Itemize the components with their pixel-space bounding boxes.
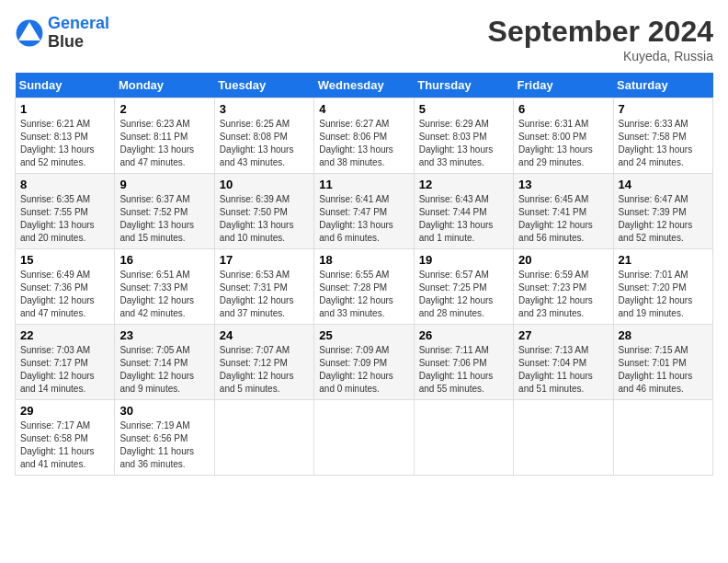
day-number: 20 — [518, 253, 608, 267]
calendar-cell: 4Sunrise: 6:27 AMSunset: 8:06 PMDaylight… — [314, 98, 414, 174]
calendar-cell: 29Sunrise: 7:17 AMSunset: 6:58 PMDayligh… — [16, 400, 115, 476]
logo-icon — [15, 18, 44, 48]
day-info: Sunrise: 6:29 AMSunset: 8:03 PMDaylight:… — [419, 118, 508, 169]
title-block: September 2024 Kuyeda, Russia — [488, 15, 713, 63]
day-number: 17 — [220, 253, 309, 267]
calendar-cell: 30Sunrise: 7:19 AMSunset: 6:56 PMDayligh… — [115, 400, 214, 476]
calendar-cell: 5Sunrise: 6:29 AMSunset: 8:03 PMDaylight… — [414, 98, 513, 174]
calendar-cell — [414, 400, 513, 476]
day-number: 15 — [20, 253, 109, 267]
day-info: Sunrise: 6:49 AMSunset: 7:36 PMDaylight:… — [20, 269, 109, 320]
month-title: September 2024 — [488, 15, 713, 49]
day-number: 12 — [419, 178, 508, 191]
calendar-cell: 26Sunrise: 7:11 AMSunset: 7:06 PMDayligh… — [414, 325, 513, 400]
day-number: 23 — [119, 328, 209, 342]
calendar-cell: 2Sunrise: 6:23 AMSunset: 8:11 PMDaylight… — [115, 98, 214, 174]
day-info: Sunrise: 7:05 AMSunset: 7:14 PMDaylight:… — [119, 344, 209, 396]
day-info: Sunrise: 6:53 AMSunset: 7:31 PMDaylight:… — [220, 269, 309, 320]
calendar-cell: 1Sunrise: 6:21 AMSunset: 8:13 PMDaylight… — [16, 98, 115, 174]
day-info: Sunrise: 6:51 AMSunset: 7:33 PMDaylight:… — [119, 269, 209, 320]
day-number: 22 — [20, 328, 109, 342]
day-info: Sunrise: 7:17 AMSunset: 6:58 PMDaylight:… — [20, 419, 109, 471]
day-info: Sunrise: 6:21 AMSunset: 8:13 PMDaylight:… — [20, 118, 109, 169]
calendar-cell: 8Sunrise: 6:35 AMSunset: 7:55 PMDaylight… — [16, 174, 115, 249]
day-info: Sunrise: 6:31 AMSunset: 8:00 PMDaylight:… — [518, 118, 608, 169]
day-number: 25 — [319, 328, 408, 342]
calendar-cell: 14Sunrise: 6:47 AMSunset: 7:39 PMDayligh… — [613, 174, 712, 249]
calendar-cell: 12Sunrise: 6:43 AMSunset: 7:44 PMDayligh… — [414, 174, 513, 249]
calendar-day-header: Monday — [115, 73, 214, 98]
calendar-cell: 18Sunrise: 6:55 AMSunset: 7:28 PMDayligh… — [314, 249, 414, 325]
day-info: Sunrise: 6:45 AMSunset: 7:41 PMDaylight:… — [518, 193, 608, 245]
day-info: Sunrise: 6:41 AMSunset: 7:47 PMDaylight:… — [319, 193, 408, 245]
calendar-day-header: Tuesday — [214, 73, 313, 98]
calendar-cell: 7Sunrise: 6:33 AMSunset: 7:58 PMDaylight… — [613, 98, 712, 174]
calendar-day-header: Wednesday — [314, 73, 414, 98]
day-number: 2 — [119, 102, 209, 116]
calendar-day-header: Sunday — [16, 73, 115, 98]
day-number: 24 — [220, 328, 309, 342]
day-info: Sunrise: 6:47 AMSunset: 7:39 PMDaylight:… — [619, 193, 708, 245]
day-number: 6 — [518, 102, 608, 116]
calendar-cell: 3Sunrise: 6:25 AMSunset: 8:08 PMDaylight… — [214, 98, 313, 174]
day-info: Sunrise: 7:03 AMSunset: 7:17 PMDaylight:… — [20, 344, 109, 396]
calendar-cell: 13Sunrise: 6:45 AMSunset: 7:41 PMDayligh… — [514, 174, 613, 249]
calendar-cell: 10Sunrise: 6:39 AMSunset: 7:50 PMDayligh… — [214, 174, 313, 249]
day-number: 11 — [319, 178, 408, 191]
day-number: 4 — [319, 102, 408, 116]
page-header: General Blue September 2024 Kuyeda, Russ… — [15, 15, 713, 63]
day-info: Sunrise: 6:39 AMSunset: 7:50 PMDaylight:… — [220, 193, 309, 245]
calendar-cell: 23Sunrise: 7:05 AMSunset: 7:14 PMDayligh… — [115, 325, 214, 400]
day-number: 9 — [119, 178, 209, 191]
day-number: 28 — [619, 328, 708, 342]
day-number: 30 — [119, 404, 209, 418]
calendar-cell: 22Sunrise: 7:03 AMSunset: 7:17 PMDayligh… — [16, 325, 115, 400]
calendar-cell: 24Sunrise: 7:07 AMSunset: 7:12 PMDayligh… — [214, 325, 313, 400]
day-number: 29 — [20, 404, 109, 418]
calendar-cell: 17Sunrise: 6:53 AMSunset: 7:31 PMDayligh… — [214, 249, 313, 325]
day-number: 8 — [20, 178, 109, 191]
day-number: 3 — [220, 102, 309, 116]
calendar-cell: 16Sunrise: 6:51 AMSunset: 7:33 PMDayligh… — [115, 249, 214, 325]
day-info: Sunrise: 7:07 AMSunset: 7:12 PMDaylight:… — [220, 344, 309, 396]
day-info: Sunrise: 7:11 AMSunset: 7:06 PMDaylight:… — [419, 344, 508, 396]
calendar-cell: 19Sunrise: 6:57 AMSunset: 7:25 PMDayligh… — [414, 249, 513, 325]
day-number: 27 — [518, 328, 608, 342]
day-number: 7 — [619, 102, 708, 116]
day-info: Sunrise: 7:15 AMSunset: 7:01 PMDaylight:… — [619, 344, 708, 396]
calendar-cell: 28Sunrise: 7:15 AMSunset: 7:01 PMDayligh… — [613, 325, 712, 400]
calendar-cell: 6Sunrise: 6:31 AMSunset: 8:00 PMDaylight… — [514, 98, 613, 174]
day-number: 26 — [419, 328, 508, 342]
day-info: Sunrise: 7:13 AMSunset: 7:04 PMDaylight:… — [518, 344, 608, 396]
day-number: 18 — [319, 253, 408, 267]
calendar-cell: 27Sunrise: 7:13 AMSunset: 7:04 PMDayligh… — [514, 325, 613, 400]
calendar-table: SundayMondayTuesdayWednesdayThursdayFrid… — [15, 73, 713, 476]
day-info: Sunrise: 6:37 AMSunset: 7:52 PMDaylight:… — [119, 193, 209, 245]
day-info: Sunrise: 7:01 AMSunset: 7:20 PMDaylight:… — [619, 269, 708, 320]
calendar-cell: 11Sunrise: 6:41 AMSunset: 7:47 PMDayligh… — [314, 174, 414, 249]
calendar-day-header: Friday — [514, 73, 613, 98]
calendar-cell — [214, 400, 313, 476]
day-number: 10 — [220, 178, 309, 191]
logo-text: General Blue — [48, 15, 109, 52]
calendar-cell: 21Sunrise: 7:01 AMSunset: 7:20 PMDayligh… — [613, 249, 712, 325]
day-number: 16 — [119, 253, 209, 267]
day-number: 13 — [518, 178, 608, 191]
day-info: Sunrise: 6:35 AMSunset: 7:55 PMDaylight:… — [20, 193, 109, 245]
day-number: 5 — [419, 102, 508, 116]
calendar-cell — [514, 400, 613, 476]
day-info: Sunrise: 7:19 AMSunset: 6:56 PMDaylight:… — [119, 419, 209, 471]
calendar-cell: 9Sunrise: 6:37 AMSunset: 7:52 PMDaylight… — [115, 174, 214, 249]
calendar-day-header: Thursday — [414, 73, 513, 98]
day-info: Sunrise: 6:27 AMSunset: 8:06 PMDaylight:… — [319, 118, 408, 169]
day-number: 21 — [619, 253, 708, 267]
day-number: 14 — [619, 178, 708, 191]
day-info: Sunrise: 7:09 AMSunset: 7:09 PMDaylight:… — [319, 344, 408, 396]
day-info: Sunrise: 6:55 AMSunset: 7:28 PMDaylight:… — [319, 269, 408, 320]
day-info: Sunrise: 6:25 AMSunset: 8:08 PMDaylight:… — [220, 118, 309, 169]
logo: General Blue — [15, 15, 109, 52]
day-info: Sunrise: 6:57 AMSunset: 7:25 PMDaylight:… — [419, 269, 508, 320]
day-info: Sunrise: 6:23 AMSunset: 8:11 PMDaylight:… — [119, 118, 209, 169]
calendar-day-header: Saturday — [613, 73, 712, 98]
day-info: Sunrise: 6:59 AMSunset: 7:23 PMDaylight:… — [518, 269, 608, 320]
